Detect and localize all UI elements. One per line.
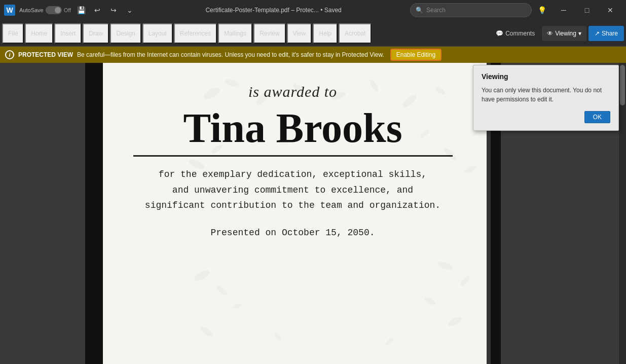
lightbulb-icon[interactable]: 💡 — [535, 3, 549, 17]
share-icon: ↗ — [595, 30, 600, 37]
title-bar-actions: 💾 ↩ ↪ ⌄ — [74, 3, 137, 17]
search-icon: 🔍 — [416, 7, 423, 14]
comments-label: Comments — [505, 30, 535, 37]
cert-content: is awarded to Tina Brooks for the exempl… — [85, 63, 501, 364]
word-logo: W — [4, 5, 15, 16]
tab-mailings[interactable]: Mailings — [218, 23, 252, 44]
certificate-page: is awarded to Tina Brooks for the exempl… — [85, 63, 501, 364]
tab-references[interactable]: References — [174, 23, 217, 44]
tab-insert[interactable]: Insert — [54, 23, 82, 44]
main-area: is awarded to Tina Brooks for the exempl… — [0, 63, 626, 364]
viewing-popup: Viewing You can only view this document.… — [473, 65, 619, 131]
autosave-toggle[interactable] — [46, 6, 62, 14]
enable-editing-button[interactable]: Enable Editing — [390, 49, 441, 61]
tab-draw[interactable]: Draw — [83, 23, 109, 44]
window-controls: ─ □ ✕ — [552, 2, 622, 18]
close-button[interactable]: ✕ — [599, 2, 622, 18]
viewing-label: Viewing — [555, 30, 576, 37]
popup-body: You can only view this document. You do … — [482, 86, 610, 104]
tab-file[interactable]: File — [2, 23, 24, 44]
ribbon: File Home Insert Draw Design Layout Refe… — [0, 20, 626, 47]
share-button[interactable]: ↗ Share — [588, 26, 624, 41]
cert-divider — [133, 155, 453, 157]
viewing-icon: 👁 — [547, 30, 553, 37]
tab-review[interactable]: Review — [253, 23, 285, 44]
protected-view-message: Be careful—files from the Internet can c… — [77, 51, 384, 58]
scrollbar-thumb[interactable] — [620, 65, 625, 105]
minimize-button[interactable]: ─ — [552, 2, 575, 18]
undo-button[interactable]: ↩ — [90, 3, 104, 17]
cert-name: Tina Brooks — [183, 105, 402, 151]
search-placeholder: Search — [426, 7, 446, 14]
popup-title: Viewing — [482, 72, 610, 81]
protected-view-label: PROTECTED VIEW — [18, 51, 73, 58]
right-icons: 💡 — [535, 3, 549, 17]
maximize-button[interactable]: □ — [575, 2, 599, 18]
autosave-label: AutoSave — [19, 7, 44, 13]
tab-view[interactable]: View — [287, 23, 312, 44]
tab-home[interactable]: Home — [25, 23, 53, 44]
viewing-button[interactable]: 👁 Viewing ▾ — [542, 26, 586, 41]
cert-presented: Presented on October 15, 2050. — [210, 228, 375, 238]
vertical-scrollbar[interactable] — [619, 63, 626, 364]
tab-acrobat[interactable]: Acrobat — [339, 23, 372, 44]
save-button[interactable]: 💾 — [74, 3, 88, 17]
tab-design[interactable]: Design — [110, 23, 141, 44]
tab-help[interactable]: Help — [313, 23, 338, 44]
popup-ok-button[interactable]: OK — [584, 111, 610, 123]
share-label: Share — [602, 30, 618, 37]
autosave-area: AutoSave Off — [19, 6, 71, 14]
viewing-chevron-icon: ▾ — [578, 30, 581, 37]
more-button[interactable]: ⌄ — [123, 3, 137, 17]
left-strip — [0, 63, 7, 364]
tab-layout[interactable]: Layout — [142, 23, 173, 44]
redo-button[interactable]: ↪ — [106, 3, 121, 17]
title-bar: W AutoSave Off 💾 ↩ ↪ ⌄ Certificate-Poste… — [0, 0, 626, 20]
autosave-state: Off — [64, 7, 71, 13]
ribbon-right: 💬 Comments 👁 Viewing ▾ ↗ Share — [491, 26, 624, 41]
cert-body-text: for the exemplary dedication, exceptiona… — [145, 167, 440, 213]
protected-view-icon: i — [5, 50, 14, 59]
protected-bar: i PROTECTED VIEW Be careful—files from t… — [0, 47, 626, 63]
comments-button[interactable]: 💬 Comments — [491, 26, 540, 41]
cert-awarded-text: is awarded to — [248, 83, 337, 100]
search-box[interactable]: 🔍 Search — [410, 3, 532, 17]
file-name: Certificate-Poster-Template.pdf – Protec… — [140, 7, 407, 14]
comments-icon: 💬 — [496, 30, 503, 37]
